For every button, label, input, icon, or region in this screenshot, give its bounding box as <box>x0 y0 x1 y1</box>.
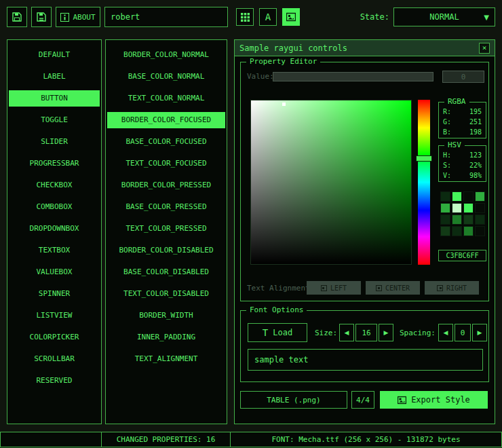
size-decrease-button[interactable]: ◀ <box>339 324 354 341</box>
list-item-slider[interactable]: SLIDER <box>9 134 100 150</box>
sample-text-input[interactable] <box>248 349 483 371</box>
list-item-text_color_pressed[interactable]: TEXT_COLOR_PRESSED <box>107 221 225 237</box>
export-style-label: Export Style <box>411 395 470 405</box>
palette-color-swatch[interactable] <box>452 191 462 202</box>
rgba-g-row: G: 251 <box>439 117 486 127</box>
list-item-base_color_focused[interactable]: BASE_COLOR_FOCUSED <box>107 134 225 150</box>
palette-color-swatch[interactable] <box>440 203 450 213</box>
list-item-inner_padding[interactable]: INNER_PADDING <box>107 329 225 346</box>
list-item-combobox[interactable]: COMBOBOX <box>9 199 100 215</box>
value-button[interactable]: 0 <box>442 71 484 83</box>
align-left-button[interactable]: LEFT <box>307 281 361 295</box>
v-label: V: <box>443 170 451 181</box>
palette-color-swatch[interactable] <box>440 226 450 236</box>
align-center-button[interactable]: CENTER <box>366 281 420 295</box>
style-table-view-button[interactable] <box>236 8 254 26</box>
palette-color-swatch[interactable] <box>475 226 485 236</box>
list-item-text_color_disabled[interactable]: TEXT_COLOR_DISABLED <box>107 286 225 302</box>
palette-color-swatch[interactable] <box>463 203 474 213</box>
list-item-base_color_pressed[interactable]: BASE_COLOR_PRESSED <box>107 199 225 215</box>
image-view-button[interactable] <box>282 8 300 26</box>
load-font-button[interactable]: T Load <box>248 323 307 342</box>
about-button[interactable]: ABOUT <box>56 7 100 27</box>
hex-color-value: C3FBC6FF <box>446 252 478 259</box>
controls-listview: DEFAULTLABELBUTTONTOGGLESLIDERPROGRESSBA… <box>7 39 102 424</box>
align-right-icon <box>437 285 443 291</box>
list-item-scrollbar[interactable]: SCROLLBAR <box>9 351 100 367</box>
spacing-increase-button[interactable]: ▶ <box>472 324 487 341</box>
palette-color-swatch[interactable] <box>452 226 462 236</box>
color-picker-panel[interactable] <box>250 100 412 265</box>
hex-color-input[interactable]: C3FBC6FF <box>438 250 486 261</box>
list-item-base_color_disabled[interactable]: BASE_COLOR_DISABLED <box>107 264 225 280</box>
value-slider[interactable] <box>273 72 433 81</box>
list-item-border_width[interactable]: BORDER_WIDTH <box>107 307 225 324</box>
size-value-box[interactable]: 16 <box>355 324 377 341</box>
spacing-value-box[interactable]: 0 <box>455 324 471 341</box>
align-right-button[interactable]: RIGHT <box>425 281 479 295</box>
list-item-checkbox[interactable]: CHECKBOX <box>9 177 100 193</box>
save-style-button[interactable] <box>31 7 52 27</box>
list-item-text_color_normal[interactable]: TEXT_COLOR_NORMAL <box>107 90 225 107</box>
palette-color-swatch[interactable] <box>475 203 485 213</box>
palette-color-swatch[interactable] <box>463 214 474 225</box>
list-item-button[interactable]: BUTTON <box>9 90 100 107</box>
list-item-colorpicker[interactable]: COLORPICKER <box>9 329 100 346</box>
list-item-text_color_focused[interactable]: TEXT_COLOR_FOCUSED <box>107 155 225 172</box>
state-dropdown[interactable]: NORMAL ▼ <box>393 7 495 26</box>
export-style-button[interactable]: Export Style <box>380 391 488 409</box>
list-item-valuebox[interactable]: VALUEBOX <box>9 264 100 280</box>
rgba-label: RGBA <box>444 97 469 107</box>
palette-color-swatch[interactable] <box>475 214 485 225</box>
palette-color-swatch[interactable] <box>475 191 485 202</box>
spacing-label: Spacing: <box>400 329 436 337</box>
spacing-decrease-button[interactable]: ◀ <box>438 324 453 341</box>
value-label: Value: <box>247 72 274 81</box>
list-item-label[interactable]: LABEL <box>9 69 100 85</box>
list-item-textbox[interactable]: TEXTBOX <box>9 242 100 259</box>
s-value: 22% <box>469 160 482 170</box>
palette-color-swatch[interactable] <box>440 214 450 225</box>
style-name-input[interactable] <box>104 7 228 27</box>
export-format-value: TABLE (.png) <box>267 396 320 405</box>
color-picker-cursor[interactable] <box>282 102 286 106</box>
palette-color-swatch[interactable] <box>452 214 462 225</box>
list-item-border_color_focused[interactable]: BORDER_COLOR_FOCUSED <box>107 112 225 128</box>
font-view-button[interactable]: A <box>259 8 277 26</box>
list-item-toggle[interactable]: TOGGLE <box>9 112 100 128</box>
list-item-text_alignment[interactable]: TEXT_ALIGNMENT <box>107 351 225 367</box>
export-pages-value: 4/4 <box>356 396 370 405</box>
rguistyler-app: ABOUT A State: NORMAL ▼ DEFAULTLABELBUTT… <box>0 0 502 448</box>
list-item-dropdownbox[interactable]: DROPDOWNBOX <box>9 221 100 237</box>
grid-icon <box>241 13 250 22</box>
load-font-label: Load <box>273 328 292 337</box>
export-format-dropdown[interactable]: TABLE (.png) <box>240 391 347 409</box>
hsv-h-row: H: 123 <box>439 150 486 160</box>
export-pages-box[interactable]: 4/4 <box>351 391 374 409</box>
list-item-border_color_disabled[interactable]: BORDER_COLOR_DISABLED <box>107 242 225 259</box>
palette-color-swatch[interactable] <box>463 226 474 236</box>
load-style-button[interactable] <box>7 7 27 27</box>
arrow-right-icon: ▶ <box>384 329 389 336</box>
size-increase-button[interactable]: ▶ <box>379 324 393 341</box>
rgba-group: RGBA R: 195 G: 251 B: 198 <box>438 102 486 138</box>
hue-slider-handle[interactable] <box>416 155 432 162</box>
list-item-progressbar[interactable]: PROGRESSBAR <box>9 155 100 172</box>
size-label: Size: <box>315 329 337 337</box>
list-item-base_color_normal[interactable]: BASE_COLOR_NORMAL <box>107 69 225 85</box>
list-item-default[interactable]: DEFAULT <box>9 47 100 63</box>
window-titlebar[interactable]: Sample raygui controls × <box>235 40 495 56</box>
list-item-border_color_normal[interactable]: BORDER_COLOR_NORMAL <box>107 47 225 63</box>
list-item-reserved[interactable]: RESERVED <box>9 373 100 389</box>
palette-color-swatch[interactable] <box>452 203 462 213</box>
palette-color-swatch[interactable] <box>463 191 474 202</box>
hue-bar[interactable] <box>418 100 430 265</box>
close-button[interactable]: × <box>479 43 490 54</box>
list-item-listview[interactable]: LISTVIEW <box>9 307 100 324</box>
property-editor-label: Property Editor <box>246 57 320 67</box>
palette-color-swatch[interactable] <box>440 191 450 202</box>
h-label: H: <box>443 150 451 160</box>
font-options-label: Font Options <box>246 305 307 315</box>
list-item-spinner[interactable]: SPINNER <box>9 286 100 302</box>
list-item-border_color_pressed[interactable]: BORDER_COLOR_PRESSED <box>107 177 225 193</box>
